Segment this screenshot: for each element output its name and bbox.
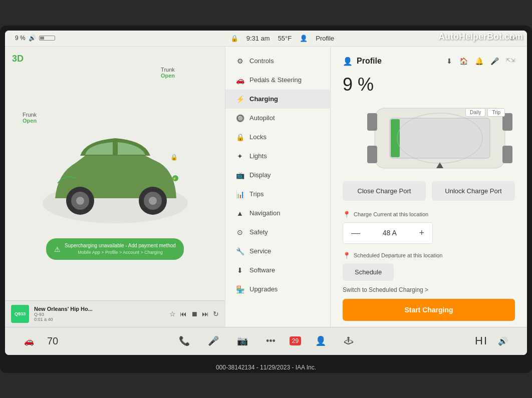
status-temp: 55°F — [278, 35, 292, 42]
phone-icon-taskbar[interactable]: 📞 — [175, 331, 194, 350]
nav-item-pedals[interactable]: 🚗 Pedals & Steering — [225, 71, 330, 90]
nav-item-controls[interactable]: ⚙ Controls — [225, 52, 330, 71]
frunk-label: Frunk Open — [23, 112, 37, 124]
locks-label: Locks — [249, 133, 267, 141]
trip-tab[interactable]: Trip — [487, 108, 505, 117]
music-player: Q933 New Orleans' Hip Ho... Q-93 0:01 a … — [5, 300, 225, 327]
prev-track-icon[interactable]: ⏮ — [180, 310, 187, 318]
more-icon-taskbar[interactable]: ••• — [262, 332, 280, 350]
profile-label-status: Profile — [316, 35, 334, 42]
mic-icon-taskbar[interactable]: 🎤 — [204, 331, 223, 350]
battery-percent-status: 9 % — [15, 35, 26, 42]
charge-current-label: 📍 Charge Current at this location — [343, 211, 515, 218]
nav-item-upgrades[interactable]: 🏪 Upgrades — [225, 280, 330, 299]
hi-label: HI — [475, 334, 488, 347]
svg-rect-16 — [391, 119, 400, 157]
upgrades-icon: 🏪 — [235, 285, 244, 293]
nav-item-service[interactable]: 🔧 Service — [225, 242, 330, 261]
upgrades-label: Upgrades — [249, 285, 278, 293]
unlock-charge-port-button[interactable]: Unlock Charge Port — [432, 181, 515, 201]
nav-item-navigation[interactable]: ▲ Navigation — [225, 204, 330, 223]
car-visualization: ⚡ 🔒 — [35, 123, 195, 233]
song-info: New Orleans' Hip Ho... Q-93 0:01 a 40 — [34, 306, 164, 322]
song-time: 0:01 a 40 — [34, 317, 164, 322]
car-icon-taskbar[interactable]: 🚗 — [20, 332, 38, 350]
alert-text: Supercharging unavailable - Add payment … — [65, 242, 176, 256]
schedule-section: 📍 Scheduled Departure at this location S… — [343, 252, 515, 294]
music-controls: ☆ ⏮ ⏹ ⏭ ↻ — [169, 310, 219, 318]
schedule-button[interactable]: Schedule — [343, 263, 394, 281]
nav-item-charging[interactable]: ⚡ Charging — [225, 90, 330, 109]
navigation-label: Navigation — [249, 209, 280, 217]
svg-point-3 — [76, 197, 84, 205]
watermark: AutoHelperBot.com — [438, 32, 523, 42]
autopilot-label: Autopilot — [249, 114, 275, 122]
nav-item-software[interactable]: ⬇ Software — [225, 261, 330, 280]
nav-item-lights[interactable]: ✦ Lights — [225, 147, 330, 166]
current-decrease-button[interactable]: — — [343, 223, 368, 243]
nav-item-locks[interactable]: 🔒 Locks — [225, 128, 330, 147]
battery-info: 9 % 🔊 — [15, 35, 55, 42]
outer-frame: AutoHelperBot.com 9 % 🔊 🔒 9:31 am 55°F 👤… — [0, 26, 532, 373]
profile-title: Profile — [357, 57, 382, 66]
pedals-icon: 🚗 — [235, 76, 244, 84]
panel-icons: ⬇ 🏠 🔔 🎤 ⇱⇲ — [446, 57, 515, 65]
taskbar-right: HI 🔊 — [357, 332, 512, 350]
lights-label: Lights — [249, 152, 267, 160]
bell-icon: 🔔 — [475, 57, 483, 65]
svg-point-6 — [149, 197, 157, 205]
nav-item-autopilot[interactable]: 🔘 Autopilot — [225, 109, 330, 128]
nav-item-safety[interactable]: ⊙ Safety — [225, 223, 330, 242]
speed-display: 70 — [41, 335, 64, 347]
display-label: Display — [249, 171, 271, 179]
safety-label: Safety — [249, 228, 268, 236]
trips-icon: 📊 — [235, 190, 244, 198]
taskbar: 🚗 70 📞 🎤 📷 ••• 29 👤 🕹 HI 🔊 — [5, 327, 527, 355]
volume-icon-taskbar[interactable]: 🔊 — [494, 332, 512, 350]
repeat-icon[interactable]: ↻ — [213, 310, 219, 318]
frunk-status: Open — [23, 118, 37, 124]
next-track-icon[interactable]: ⏭ — [202, 310, 209, 318]
current-increase-button[interactable]: + — [411, 223, 432, 243]
main-area: 3D Trunk Open Frunk Open — [5, 47, 527, 327]
nav-item-display[interactable]: 📺 Display — [225, 166, 330, 185]
nav-item-trips[interactable]: 📊 Trips — [225, 185, 330, 204]
trunk-label: Trunk Open — [161, 67, 175, 79]
software-icon: ⬇ — [235, 266, 244, 274]
people-icon-taskbar[interactable]: 👤 — [311, 331, 330, 350]
favorite-icon[interactable]: ☆ — [169, 310, 176, 318]
service-label: Service — [249, 247, 271, 255]
song-title: New Orleans' Hip Ho... — [34, 306, 164, 312]
content-panel: 👤 Profile ⬇ 🏠 🔔 🎤 ⇱⇲ 9 % — [331, 47, 527, 327]
software-label: Software — [249, 266, 275, 274]
joystick-icon-taskbar[interactable]: 🕹 — [340, 332, 357, 350]
daily-tab[interactable]: Daily — [465, 108, 485, 117]
action-buttons: Close Charge Port Unlock Charge Port — [343, 181, 515, 201]
lights-icon: ✦ — [235, 152, 244, 160]
calendar-icon-taskbar[interactable]: 29 — [290, 336, 301, 345]
camera-icon-taskbar[interactable]: 📷 — [233, 331, 252, 350]
charging-icon: ⚡ — [235, 95, 244, 103]
left-panel: 3D Trunk Open Frunk Open — [5, 47, 225, 327]
album-art: Q933 — [11, 305, 29, 323]
caption: 000-38142134 - 11/29/2023 - IAA Inc. — [0, 360, 532, 373]
warn-icon: ⚠ — [54, 245, 61, 253]
mic-icon-panel: 🎤 — [490, 57, 499, 65]
start-charging-button[interactable]: Start Charging — [343, 299, 515, 321]
charging-label: Charging — [249, 95, 278, 103]
svg-text:🔒: 🔒 — [170, 153, 178, 161]
bluetooth-icon: 🔊 — [29, 35, 36, 42]
autopilot-icon: 🔘 — [235, 114, 244, 122]
controls-icon: ⚙ — [235, 57, 244, 65]
stop-icon[interactable]: ⏹ — [191, 310, 198, 318]
service-icon: 🔧 — [235, 247, 244, 255]
lock-icon: 🔒 — [230, 35, 238, 42]
switch-to-scheduled-link[interactable]: Switch to Scheduled Charging > — [343, 286, 428, 293]
nav-panel: ⚙ Controls 🚗 Pedals & Steering ⚡ Chargin… — [225, 47, 331, 327]
home-icon: 🏠 — [459, 57, 468, 65]
battery-percentage: 9 % — [343, 74, 515, 95]
car-svg: ⚡ 🔒 — [35, 123, 195, 233]
close-charge-port-button[interactable]: Close Charge Port — [343, 181, 426, 201]
expand-icon: ⇱⇲ — [506, 57, 515, 65]
trunk-text: Trunk — [161, 67, 175, 73]
